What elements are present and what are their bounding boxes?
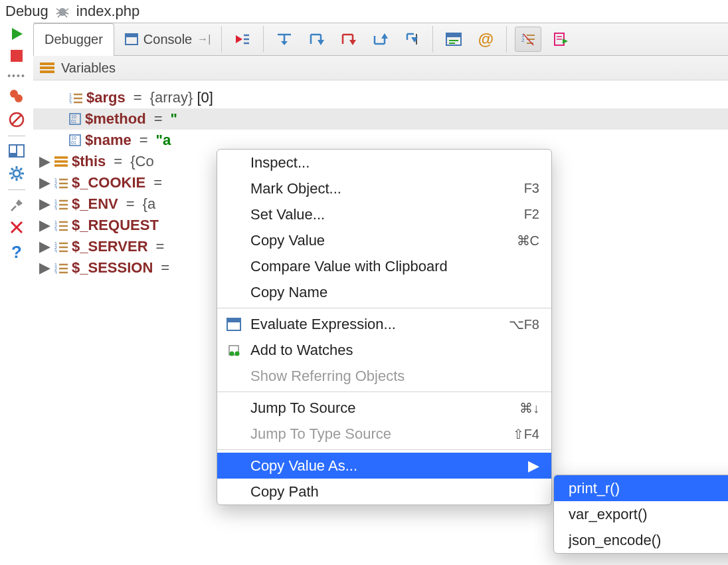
glasses-icon xyxy=(227,344,242,356)
expander-icon[interactable]: ▶ xyxy=(39,174,50,191)
variables-panel-header: Variables xyxy=(33,56,728,80)
svg-marker-7 xyxy=(12,28,23,40)
watches-icon[interactable] xyxy=(548,27,573,51)
menu-copy-name[interactable]: Copy Name xyxy=(217,279,551,305)
svg-line-22 xyxy=(20,177,22,179)
menu-compare-clipboard[interactable]: Compare Value with Clipboard xyxy=(217,253,551,279)
run-to-cursor-icon[interactable] xyxy=(399,27,424,51)
svg-text:3: 3 xyxy=(54,185,57,189)
variable-name: $_ENV xyxy=(72,195,118,213)
list-icon: 123 xyxy=(69,92,82,104)
menu-mark-object[interactable]: Mark Object...F3 xyxy=(217,175,551,201)
svg-text:3: 3 xyxy=(69,100,72,104)
menu-copy-path[interactable]: Copy Path xyxy=(217,479,551,505)
svg-marker-36 xyxy=(281,41,288,45)
svg-rect-29 xyxy=(126,35,137,37)
variable-row[interactable]: 1001 $name = "a xyxy=(33,130,728,151)
expander-icon[interactable]: ▶ xyxy=(39,259,50,277)
submenu-json-encode[interactable]: json_encode() xyxy=(554,527,728,553)
list-icon: 123 xyxy=(54,198,68,210)
svg-point-118 xyxy=(230,351,234,356)
menu-evaluate-expression[interactable]: Evaluate Expression...⌥F8 xyxy=(217,311,551,337)
copy-value-as-submenu: print_r() var_export() json_encode() xyxy=(553,475,728,554)
layout-icon[interactable] xyxy=(9,144,25,158)
menu-divider xyxy=(217,449,551,450)
resume-icon[interactable] xyxy=(9,27,24,41)
step-over-icon[interactable] xyxy=(272,27,297,51)
at-icon[interactable]: @ xyxy=(473,27,498,51)
force-step-into-icon[interactable] xyxy=(335,27,361,51)
svg-line-2 xyxy=(66,9,68,11)
left-vertical-toolbar: •••• ? xyxy=(0,23,33,285)
svg-marker-44 xyxy=(349,40,356,45)
menu-add-to-watches[interactable]: Add to Watches xyxy=(217,337,551,363)
show-execution-point-icon[interactable] xyxy=(230,27,255,51)
svg-rect-8 xyxy=(11,50,23,62)
variable-name: $args xyxy=(86,89,126,106)
tab-console-label: Console xyxy=(143,32,192,47)
submenu-var-export[interactable]: var_export() xyxy=(554,501,728,527)
tab-console[interactable]: Console →| xyxy=(114,23,222,55)
variable-name: $_SERVER xyxy=(72,238,148,255)
expander-icon[interactable]: ▶ xyxy=(39,195,50,213)
file-name: index.php xyxy=(76,3,139,20)
variable-row[interactable]: 123 $args = {array} [0] xyxy=(33,87,728,108)
svg-marker-66 xyxy=(563,39,568,44)
svg-rect-54 xyxy=(447,34,460,37)
help-icon[interactable]: ? xyxy=(11,242,22,263)
svg-text:3: 3 xyxy=(54,249,57,253)
menu-copy-value[interactable]: Copy Value⌘C xyxy=(217,227,551,253)
step-into-icon[interactable] xyxy=(304,27,329,51)
menu-jump-to-type-source: Jump To Type Source⇧F4 xyxy=(217,421,551,447)
variable-row[interactable]: 1001 $method = " xyxy=(33,108,728,130)
breakpoints-icon[interactable] xyxy=(9,89,25,104)
svg-marker-30 xyxy=(236,35,242,43)
context-menu: Inspect... Mark Object...F3 Set Value...… xyxy=(217,149,552,505)
menu-divider xyxy=(217,308,551,308)
svg-text:01: 01 xyxy=(71,119,76,124)
variable-value: {a xyxy=(143,195,156,213)
mute-icon[interactable] xyxy=(9,112,25,128)
submenu-print-r[interactable]: print_r() xyxy=(554,475,728,501)
evaluate-expression-icon[interactable] xyxy=(441,27,466,51)
variable-value: " xyxy=(171,110,177,128)
sort-icon[interactable]: 12 xyxy=(515,27,541,52)
debug-label: Debug xyxy=(5,3,48,20)
equals: = xyxy=(134,89,142,106)
pin-icon[interactable] xyxy=(9,198,24,213)
variable-name: $_SESSION xyxy=(72,259,153,277)
stop-icon[interactable] xyxy=(10,49,23,62)
variable-name: $_COOKIE xyxy=(72,174,145,191)
svg-point-16 xyxy=(13,170,20,177)
equals: = xyxy=(156,238,165,255)
svg-marker-40 xyxy=(318,40,324,45)
svg-marker-48 xyxy=(381,33,388,39)
svg-line-24 xyxy=(11,177,13,179)
equals: = xyxy=(161,259,169,277)
settings-icon[interactable] xyxy=(9,166,25,181)
expander-icon[interactable]: ▶ xyxy=(39,238,50,255)
tab-debugger-label: Debugger xyxy=(45,32,103,47)
expander-icon[interactable]: ▶ xyxy=(39,217,50,234)
variable-value: "a xyxy=(156,132,171,149)
menu-set-value[interactable]: Set Value...F2 xyxy=(217,201,551,227)
svg-rect-116 xyxy=(228,319,240,322)
menu-inspect[interactable]: Inspect... xyxy=(217,150,551,175)
svg-line-23 xyxy=(20,168,22,170)
menu-jump-to-source[interactable]: Jump To Source⌘↓ xyxy=(217,395,551,421)
variable-name: $name xyxy=(85,132,132,149)
binary-icon: 1001 xyxy=(69,134,81,146)
step-out-icon[interactable] xyxy=(367,27,393,51)
close-icon[interactable] xyxy=(10,221,23,234)
variable-type: {array} xyxy=(150,89,193,106)
variable-name: $method xyxy=(85,110,146,128)
expander-icon[interactable]: ▶ xyxy=(39,153,50,170)
bug-icon xyxy=(55,5,70,18)
menu-copy-value-as[interactable]: Copy Value As...▶ xyxy=(217,453,551,479)
svg-line-25 xyxy=(11,206,16,211)
svg-point-119 xyxy=(235,351,240,356)
console-icon xyxy=(125,33,138,45)
svg-text:2: 2 xyxy=(521,37,525,43)
svg-point-10 xyxy=(15,94,23,102)
tab-debugger[interactable]: Debugger xyxy=(33,23,114,56)
